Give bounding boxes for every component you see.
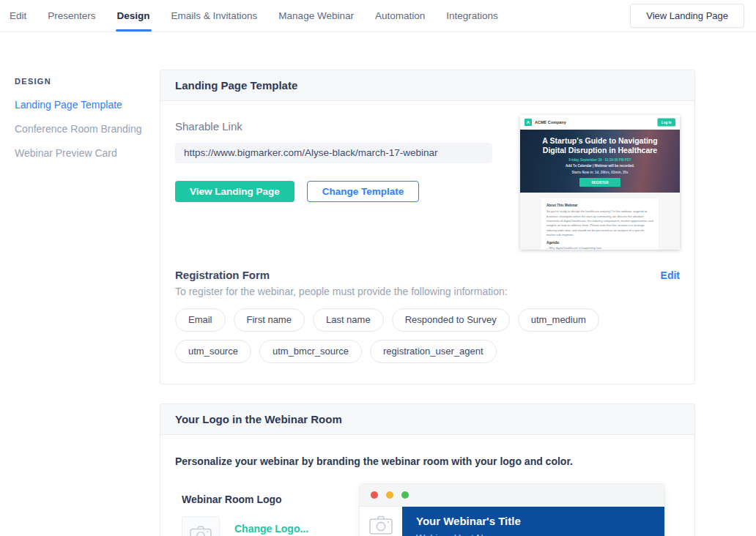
preview-agenda-item: – Why digital healthcare is happening no…: [546, 246, 653, 250]
tab-presenters[interactable]: Presenters: [48, 0, 95, 31]
preview-topbar: A ACME Company Log In: [520, 115, 680, 130]
registration-form-section: Registration Form Edit To register for t…: [175, 269, 680, 363]
preview-about-text: So you're ready to disrupt the healthcar…: [546, 209, 653, 237]
landing-card-title: Landing Page Template: [160, 70, 694, 101]
registration-edit-link[interactable]: Edit: [661, 269, 680, 281]
preview-hero-title: A Startup's Guide to Navigating Digital …: [520, 136, 680, 155]
sharable-link-label: Sharable Link: [175, 120, 520, 133]
sharable-link-row: Sharable Link https://www.bigmarker.com/…: [175, 117, 680, 250]
camera-icon: [190, 525, 212, 536]
tab-manage-webinar[interactable]: Manage Webinar: [278, 0, 354, 31]
change-template-button[interactable]: Change Template: [307, 181, 420, 202]
view-landing-page-button-top[interactable]: View Landing Page: [630, 4, 744, 28]
preview-countdown-line: Starts Now in: 1d, 29hrs, 03min, 35s: [520, 171, 680, 174]
logo-placeholder[interactable]: [182, 516, 220, 536]
sidebar-heading: DESIGN: [15, 77, 160, 86]
registration-fields-list: Email First name Last name Responded to …: [175, 308, 680, 363]
preview-hero: A Startup's Guide to Navigating Digital …: [520, 130, 680, 193]
sidebar-item-conference-room-branding[interactable]: Conference Room Branding: [15, 124, 160, 134]
traffic-light-yellow-icon: [386, 491, 393, 499]
tab-integrations[interactable]: Integrations: [446, 0, 498, 31]
webinar-room-preview: Your Webinar's Title Webinar Host Name: [360, 484, 664, 536]
preview-calendar-line: Add To Calendar | Webinar will be record…: [520, 164, 680, 168]
field-pill-utm-source: utm_source: [175, 340, 251, 363]
preview-about-heading: About This Webinar: [546, 204, 653, 207]
field-pill-last-name: Last name: [313, 308, 384, 332]
room-logo-spot: [360, 507, 402, 536]
preview-agenda-heading: Agenda:: [546, 241, 653, 245]
landing-buttons-row: View Landing Page Change Template: [175, 181, 520, 202]
design-sidebar: DESIGN Landing Page Template Conference …: [0, 32, 160, 536]
webinar-room-logo-label: Webinar Room Logo: [182, 494, 360, 506]
room-title-bar: Your Webinar's Title Webinar Host Name: [402, 507, 664, 536]
registration-description: To register for the webinar, people must…: [175, 286, 680, 297]
preview-register-button: REGISTER: [579, 178, 620, 187]
template-preview-page: A ACME Company Log In A Startup's Guide …: [520, 115, 680, 250]
preview-login-button: Log In: [658, 119, 676, 127]
room-host-name: Webinar Host Name: [416, 532, 664, 536]
field-pill-first-name: First name: [234, 308, 305, 332]
sidebar-item-landing-page-template[interactable]: Landing Page Template: [15, 100, 160, 110]
camera-icon: [369, 515, 393, 536]
tab-automation[interactable]: Automation: [375, 0, 425, 31]
room-preview-body: Your Webinar's Title Webinar Host Name: [360, 507, 664, 536]
tab-emails-invitations[interactable]: Emails & Invitations: [171, 0, 258, 31]
template-preview-thumbnail[interactable]: A ACME Company Log In A Startup's Guide …: [520, 115, 680, 250]
preview-about-card: About This Webinar So you're ready to di…: [541, 198, 659, 250]
field-pill-utm-medium: utm_medium: [518, 308, 599, 332]
webinar-room-logo-card: Your Logo in the Webinar Room Personaliz…: [160, 403, 695, 536]
browser-chrome-bar: [360, 484, 664, 507]
sidebar-item-webinar-preview-card[interactable]: Webinar Preview Card: [15, 148, 160, 158]
top-navigation: Edit Presenters Design Emails & Invitati…: [0, 0, 756, 32]
traffic-light-green-icon: [401, 491, 409, 499]
registration-form-header: Registration Form Edit: [175, 269, 680, 281]
room-webinar-title: Your Webinar's Title: [416, 515, 664, 527]
logo-card-title: Your Logo in the Webinar Room: [160, 404, 694, 435]
view-landing-page-button[interactable]: View Landing Page: [175, 181, 294, 202]
preview-lower-section: About This Webinar So you're ready to di…: [520, 193, 680, 250]
field-pill-registration-user-agent: registration_user_agent: [370, 340, 497, 363]
logo-upload-column: Webinar Room Logo: [175, 494, 360, 536]
tab-edit[interactable]: Edit: [10, 0, 26, 31]
landing-page-template-card: Landing Page Template Sharable Link http…: [160, 70, 695, 384]
logo-upload-controls: Change Logo...: [182, 516, 360, 536]
field-pill-email: Email: [175, 308, 226, 332]
logo-card-description: Personalize your webinar by branding the…: [175, 455, 680, 468]
main-content: Landing Page Template Sharable Link http…: [160, 32, 756, 536]
sharable-link-column: Sharable Link https://www.bigmarker.com/…: [175, 117, 520, 250]
logo-row: Webinar Room Logo: [175, 494, 680, 536]
logo-card-body: Personalize your webinar by branding the…: [160, 435, 694, 536]
preview-date-line: Friday, September 29 · 01:30:00 PM PST: [520, 158, 680, 162]
traffic-light-red-icon: [371, 491, 378, 499]
change-logo-link[interactable]: Change Logo...: [234, 523, 308, 535]
preview-brand-name: ACME Company: [535, 120, 566, 124]
field-pill-responded-to-survey: Responded to Survey: [392, 308, 510, 332]
sharable-link-field[interactable]: https://www.bigmarker.com/Alyse-black/ma…: [175, 143, 492, 163]
field-pill-utm-bmcr-source: utm_bmcr_source: [259, 340, 362, 363]
tab-design[interactable]: Design: [117, 0, 150, 31]
registration-form-title: Registration Form: [175, 269, 270, 281]
preview-brand-logo: A: [525, 119, 532, 126]
landing-card-body: Sharable Link https://www.bigmarker.com/…: [160, 101, 694, 384]
page-layout: DESIGN Landing Page Template Conference …: [0, 32, 756, 536]
